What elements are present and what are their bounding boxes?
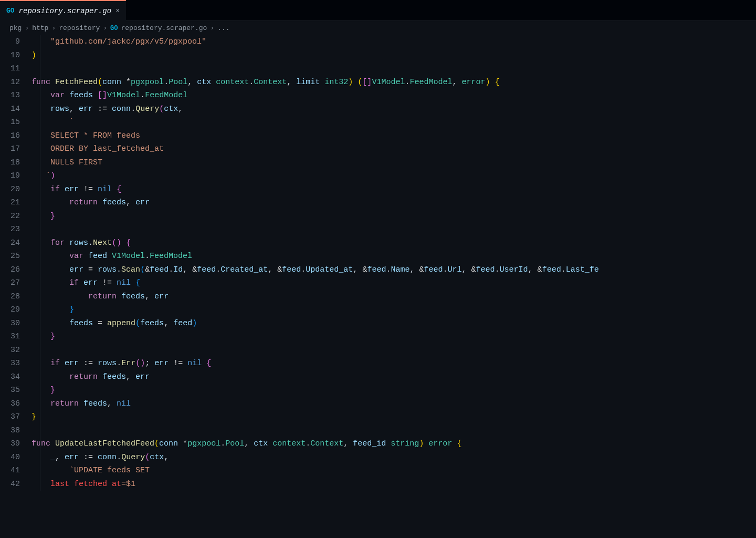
code-line[interactable]: if err != nil { xyxy=(32,183,756,196)
code-line[interactable] xyxy=(32,344,756,357)
line-number: 10 xyxy=(0,49,20,63)
code-line[interactable]: `UPDATE feeds SET xyxy=(32,464,756,478)
line-number: 38 xyxy=(0,424,20,438)
breadcrumb-part[interactable]: repository xyxy=(59,24,100,32)
line-number: 26 xyxy=(0,263,20,277)
line-number: 16 xyxy=(0,129,20,143)
line-number: 42 xyxy=(0,478,20,491)
line-number: 11 xyxy=(0,62,20,76)
code-line[interactable]: } xyxy=(32,210,756,223)
chevron-right-icon: › xyxy=(51,24,56,32)
tab-filename: repository.scraper.go xyxy=(19,7,111,15)
line-number: 27 xyxy=(0,276,20,290)
code-line[interactable]: return feeds, err xyxy=(32,370,756,384)
code-line[interactable]: ` xyxy=(32,116,756,129)
breadcrumb-filename[interactable]: repository.scraper.go xyxy=(121,24,207,32)
line-number: 20 xyxy=(0,183,20,196)
line-number: 19 xyxy=(0,169,20,183)
line-number: 15 xyxy=(0,116,20,129)
code-line[interactable]: ) xyxy=(32,49,756,63)
code-line[interactable]: feeds = append(feeds, feed) xyxy=(32,317,756,330)
code-line[interactable] xyxy=(32,424,756,438)
line-number: 31 xyxy=(0,330,20,344)
code-line[interactable]: for rows.Next() { xyxy=(32,236,756,250)
line-number: 35 xyxy=(0,384,20,397)
code-line[interactable]: last fetched at=$1 xyxy=(32,478,756,491)
code-line[interactable]: } xyxy=(32,410,756,424)
code-line[interactable]: } xyxy=(32,330,756,344)
line-number: 32 xyxy=(0,344,20,357)
breadcrumb-part[interactable]: pkg xyxy=(9,24,22,32)
code-content[interactable]: "github.com/jackc/pgx/v5/pgxpool")func F… xyxy=(32,35,756,491)
line-number: 14 xyxy=(0,102,20,116)
code-line[interactable]: `) xyxy=(32,169,756,183)
code-line[interactable]: if err := rows.Err(); err != nil { xyxy=(32,357,756,370)
close-icon[interactable]: × xyxy=(116,7,120,15)
line-number: 40 xyxy=(0,451,20,464)
line-number: 22 xyxy=(0,210,20,223)
code-line[interactable]: var feeds []V1Model.FeedModel xyxy=(32,89,756,102)
line-number: 13 xyxy=(0,89,20,102)
line-number: 29 xyxy=(0,303,20,317)
code-line[interactable]: NULLS FIRST xyxy=(32,156,756,170)
code-line[interactable]: SELECT * FROM feeds xyxy=(32,129,756,143)
code-line[interactable] xyxy=(32,62,756,76)
code-line[interactable]: return feeds, nil xyxy=(32,397,756,411)
line-number: 23 xyxy=(0,223,20,236)
code-line[interactable]: } xyxy=(32,384,756,397)
line-number: 37 xyxy=(0,410,20,424)
line-number: 18 xyxy=(0,156,20,170)
line-number: 17 xyxy=(0,142,20,156)
line-number-gutter: 9101112131415161718192021222324252627282… xyxy=(0,35,32,491)
breadcrumb-overflow[interactable]: ... xyxy=(217,24,229,32)
line-number: 33 xyxy=(0,357,20,370)
chevron-right-icon: › xyxy=(25,24,29,32)
code-line[interactable]: _, err := conn.Query(ctx, xyxy=(32,451,756,464)
line-number: 39 xyxy=(0,437,20,451)
go-file-icon: GO xyxy=(6,7,15,15)
line-number: 25 xyxy=(0,250,20,263)
chevron-right-icon: › xyxy=(210,24,214,32)
code-line[interactable]: rows, err := conn.Query(ctx, xyxy=(32,102,756,116)
line-number: 9 xyxy=(0,35,20,49)
chevron-right-icon: › xyxy=(103,24,107,32)
breadcrumb[interactable]: pkg › http › repository › GO repository.… xyxy=(0,21,756,35)
tab-bar: GO repository.scraper.go × xyxy=(0,0,756,21)
code-line[interactable]: var feed V1Model.FeedModel xyxy=(32,250,756,263)
code-line[interactable]: return feeds, err xyxy=(32,196,756,210)
code-line[interactable]: func UpdateLastFetchedFeed(conn *pgxpool… xyxy=(32,437,756,451)
code-line[interactable]: } xyxy=(32,303,756,317)
go-file-icon: GO xyxy=(110,25,118,32)
code-line[interactable] xyxy=(32,223,756,236)
code-line[interactable]: if err != nil { xyxy=(32,276,756,290)
line-number: 36 xyxy=(0,397,20,411)
line-number: 34 xyxy=(0,370,20,384)
indent-guide xyxy=(40,35,40,491)
code-line[interactable]: ORDER BY last_fetched_at xyxy=(32,142,756,156)
code-line[interactable]: func FetchFeed(conn *pgxpool.Pool, ctx c… xyxy=(32,76,756,89)
file-tab[interactable]: GO repository.scraper.go × xyxy=(0,0,126,21)
line-number: 21 xyxy=(0,196,20,210)
line-number: 24 xyxy=(0,236,20,250)
code-line[interactable]: "github.com/jackc/pgx/v5/pgxpool" xyxy=(32,35,756,49)
code-line[interactable]: return feeds, err xyxy=(32,290,756,304)
line-number: 28 xyxy=(0,290,20,304)
line-number: 12 xyxy=(0,76,20,89)
breadcrumb-part[interactable]: http xyxy=(32,24,48,32)
line-number: 30 xyxy=(0,317,20,330)
code-editor[interactable]: 9101112131415161718192021222324252627282… xyxy=(0,35,756,491)
line-number: 41 xyxy=(0,464,20,478)
code-line[interactable]: err = rows.Scan(&feed.Id, &feed.Created_… xyxy=(32,263,756,277)
